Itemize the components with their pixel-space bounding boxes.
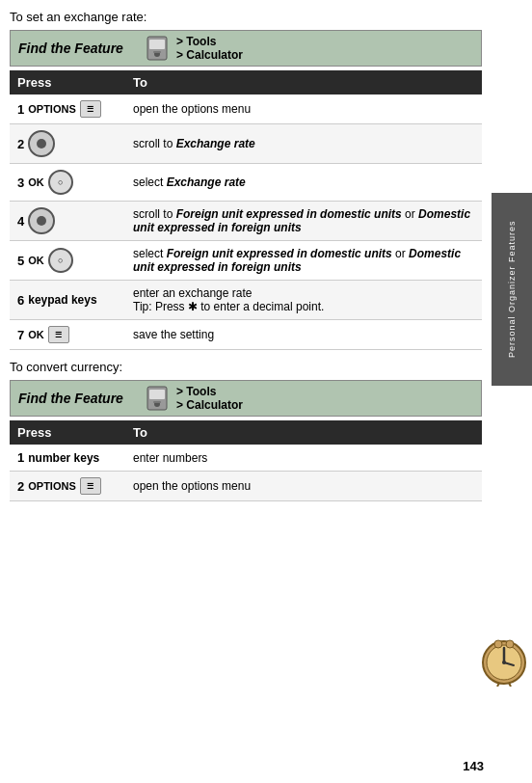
to-cell: select Foreign unit expressed in domesti… (125, 241, 482, 281)
svg-point-16 (506, 640, 514, 648)
svg-point-12 (502, 661, 506, 664)
nav-circle-icon (28, 207, 55, 234)
side-tab: Personal Organizer Features (492, 193, 532, 386)
to-cell: select Exchange rate (125, 164, 482, 202)
to-cell: save the setting (125, 320, 482, 350)
find-feature-label-2: Find the Feature (18, 391, 144, 406)
section2-intro: To convert currency: (10, 360, 482, 374)
table-row: 7 OK ☰ save the setting (10, 320, 482, 350)
main-content: To set an exchange rate: Find the Featur… (0, 0, 492, 521)
options-icon: ☰ (80, 100, 101, 118)
press-cell: 3 OK ○ (10, 164, 125, 202)
options-icon: ☰ (80, 477, 101, 495)
press-cell: 1 OPTIONS ☰ (10, 94, 125, 124)
table-row: 4 scroll to Foreign unit expressed in do… (10, 202, 482, 241)
options-icon: ☰ (48, 326, 69, 343)
find-feature-bar-2: Find the Feature > Tools > Calculator (10, 380, 482, 417)
table-row: 2 OPTIONS ☰ open the options menu (10, 472, 482, 501)
to-cell: open the options menu (125, 472, 482, 501)
press-cell: 6 keypad keys (10, 281, 125, 320)
phone-icon-1 (144, 35, 171, 62)
col-press-1: Press (10, 70, 125, 94)
press-cell: 2 OPTIONS ☰ (10, 472, 125, 501)
svg-rect-3 (153, 51, 161, 53)
nav-path-2: > Tools > Calculator (176, 385, 243, 412)
instruction-table-2: Press To 1 number keys enter numbers (10, 420, 482, 501)
to-cell: enter an exchange rate Tip: Press ✱ to e… (125, 281, 482, 320)
ok-circle-icon: ○ (48, 170, 73, 195)
table-row: 2 scroll to Exchange rate (10, 124, 482, 164)
press-cell: 1 number keys (10, 445, 125, 472)
section1-intro: To set an exchange rate: (10, 10, 482, 24)
table-row: 1 number keys enter numbers (10, 445, 482, 472)
to-cell: scroll to Exchange rate (125, 124, 482, 164)
press-cell: 5 OK ○ (10, 241, 125, 281)
page-number: 143 (463, 759, 484, 773)
col-to-1: To (125, 70, 482, 94)
find-feature-label-1: Find the Feature (18, 40, 144, 56)
find-feature-bar-1: Find the Feature > Tools > Calculator (10, 30, 482, 67)
svg-rect-5 (149, 390, 165, 399)
svg-point-15 (494, 640, 502, 648)
press-cell: 4 (10, 202, 125, 241)
nav-circle-icon (28, 130, 55, 157)
col-press-2: Press (10, 420, 125, 445)
table-row: 6 keypad keys enter an exchange rate Tip… (10, 281, 482, 320)
clock-icon (480, 638, 528, 687)
table-row: 1 OPTIONS ☰ open the options menu (10, 94, 482, 124)
table-row: 5 OK ○ select Foreign unit expressed in … (10, 241, 482, 281)
press-cell: 2 (10, 124, 125, 164)
press-cell: 7 OK ☰ (10, 320, 125, 350)
table-row: 3 OK ○ select Exchange rate (10, 164, 482, 202)
ok-circle-icon: ○ (48, 248, 73, 273)
nav-path-1: > Tools > Calculator (176, 35, 243, 62)
to-cell: open the options menu (125, 94, 482, 124)
svg-rect-1 (149, 40, 165, 49)
svg-rect-7 (153, 401, 161, 403)
tip-text: Tip: Press ✱ to enter a decimal point. (133, 300, 474, 313)
to-cell: enter numbers (125, 445, 482, 472)
phone-icon-2 (144, 385, 171, 412)
to-cell: scroll to Foreign unit expressed in dome… (125, 202, 482, 241)
instruction-table-1: Press To 1 OPTIONS ☰ open the options me… (10, 70, 482, 350)
col-to-2: To (125, 420, 482, 445)
